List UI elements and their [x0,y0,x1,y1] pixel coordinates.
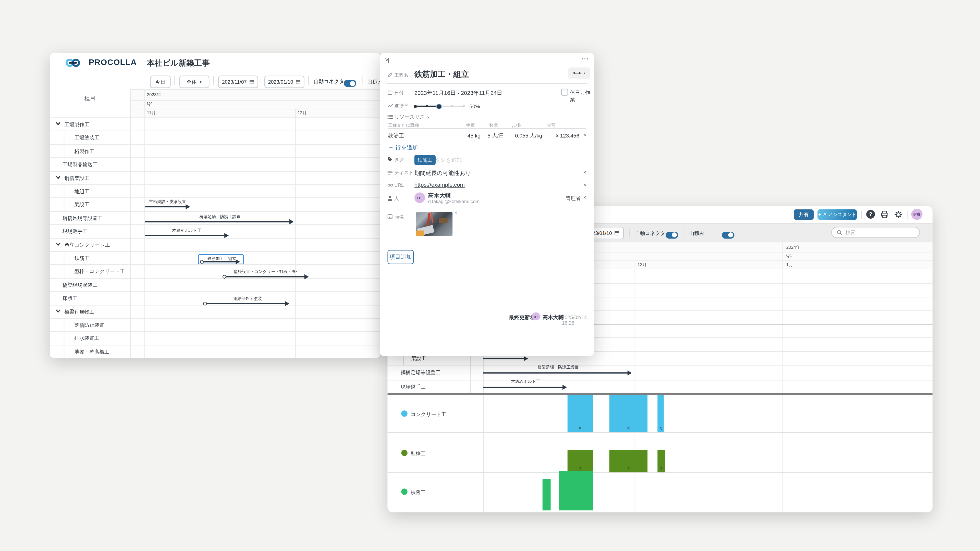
date-value[interactable]: 2023年11月16日 - 2023年11月24日 [414,89,503,97]
share-button[interactable]: 共有 [794,209,814,220]
task-row[interactable]: 工場製作工 [50,118,380,131]
resource-count[interactable]: 5 人/日 [487,132,504,140]
date-range-separator: – [259,79,262,84]
tag-add-placeholder[interactable]: タグを追加 [435,157,462,164]
histogram-bar[interactable]: 5 [609,395,648,432]
gantt-bar[interactable] [145,206,189,207]
topbar-divider [907,210,907,219]
histogram-bar[interactable]: 5 [657,395,663,432]
text-value[interactable]: 期間延長の可能性あり [414,169,471,178]
legend-label: コンクリート工 [410,411,446,418]
histogram-bar[interactable] [558,471,593,510]
gantt-bar[interactable] [145,221,293,222]
task-row[interactable]: 現場継手工 [50,224,380,238]
task-row[interactable]: 桁製作工 [50,144,380,158]
gantt-bar-label: 鉄筋加工・組立 [207,256,236,262]
task-row[interactable]: 地組工 [50,184,380,198]
histogram-bar[interactable]: 3 [568,450,593,472]
timeline-quarter: Q1 [786,253,792,257]
month-gridline [634,260,634,512]
toolbar-divider [308,76,309,85]
close-icon[interactable]: × [583,194,587,200]
collapse-panel-icon[interactable]: >| [385,57,389,63]
task-row[interactable]: 橋梁現場塗装工 [50,278,380,292]
text-lines-icon [387,171,393,175]
gear-icon[interactable] [894,210,902,219]
url-value[interactable]: https://example.com [414,182,465,188]
gantt-bar[interactable] [201,261,239,262]
holiday-label: 休日も作業 [570,89,593,103]
indent-line [64,331,64,345]
task-row[interactable]: 工場製品輸送工 [50,158,380,171]
close-icon[interactable]: × [583,132,587,138]
gantt-bar[interactable] [483,372,631,374]
today-button[interactable]: 今日 [150,76,171,88]
task-row[interactable]: 鋼橋架設工 [50,171,380,185]
last-updated-label: 最終更新者 [509,314,535,322]
last-updated-timestamp: 2025/02/14 16:28 [562,314,594,326]
task-row[interactable]: 落橋防止装置 [50,318,380,332]
timeline-year: 2023年 [147,92,161,98]
histogram-bar[interactable]: 5 [568,395,593,432]
gantt-bar-label: 橋梁足場・防護工設置 [199,214,240,220]
pencil-icon [387,73,393,78]
task-row[interactable]: 工場塗装工 [50,131,380,145]
timeline-month: 11月 [147,110,156,116]
auto-connector-toggle[interactable] [666,232,678,238]
bar-type-selector[interactable]: ▾ [568,67,590,79]
person-label: 人 [394,196,399,202]
auto-connector-toggle[interactable] [344,80,356,87]
task-row[interactable]: 架設工 [50,198,380,212]
histogram-bar[interactable]: 3 [609,450,648,472]
gantt-bar[interactable] [204,303,288,304]
selected-gantt-bar[interactable]: 鉄筋加工・組立 [198,254,244,264]
task-name-value[interactable]: 鉄筋加工・組立 [414,69,469,80]
holiday-checkbox[interactable] [561,89,568,96]
task-row-label[interactable]: 鋼橋足場等設置工 [401,369,441,376]
indent-line [64,318,64,332]
bar-type-icon [573,71,583,76]
task-row[interactable]: 巻立コンクリート工 [50,238,380,252]
close-icon[interactable]: × [583,169,587,176]
task-row[interactable]: 地覆・壁高欄工 [50,345,380,358]
resource-quantity[interactable]: 45 kg [468,132,480,138]
gantt-bar[interactable] [483,358,527,359]
print-icon[interactable] [880,210,889,219]
search-icon [837,230,842,235]
resource-amount[interactable]: ¥ 123,456 [555,132,579,138]
add-row-button[interactable]: ＋ 行を追加 [388,144,418,152]
more-menu-icon[interactable]: ⋯ [581,54,589,63]
close-icon[interactable]: × [454,210,457,216]
yamazumi-toggle[interactable] [722,232,735,238]
table-header: 金額 [547,122,555,129]
gridline [387,472,932,473]
start-date-field[interactable]: 2023/11/07 [218,76,258,88]
scope-dropdown[interactable]: 全体 ▼ [180,76,210,88]
gantt-bar[interactable] [224,276,307,277]
histogram-bar[interactable]: 3 [657,450,665,472]
resource-name[interactable]: 鉄筋工 [388,132,404,140]
search-input[interactable]: 検索 [831,227,920,238]
gantt-bar-label: 本締めボルト工 [172,228,202,233]
gantt-bar[interactable] [483,387,566,388]
calendar-icon [249,79,254,84]
task-row[interactable]: 型枠・コンクリート工 [50,265,380,279]
ai-assistant-button[interactable]: ✦ AIアシスタント [818,209,857,220]
avatar[interactable]: 伊藤 [912,209,923,220]
chevron-down-icon [56,122,61,126]
add-item-button[interactable]: 項目追加 [387,250,414,264]
histogram-bar[interactable] [542,479,551,510]
task-row-label[interactable]: 現場継手工 [401,384,426,391]
help-icon[interactable]: ? [866,210,875,219]
progress-slider[interactable] [414,106,465,107]
slider-handle[interactable] [436,103,442,109]
resource-rate[interactable]: 0.055 人/kg [515,132,542,140]
attached-image-thumbnail[interactable] [416,212,452,236]
end-date-field[interactable]: 2023/01/10 [264,76,304,88]
gantt-bar[interactable] [145,235,228,236]
tag-chip[interactable]: 鉄筋工 [414,155,436,165]
task-row[interactable]: 排水装置工 [50,331,380,345]
task-row[interactable]: 橋梁付属物工 [50,305,380,319]
gridline [130,100,380,100]
close-icon[interactable]: × [583,182,587,188]
